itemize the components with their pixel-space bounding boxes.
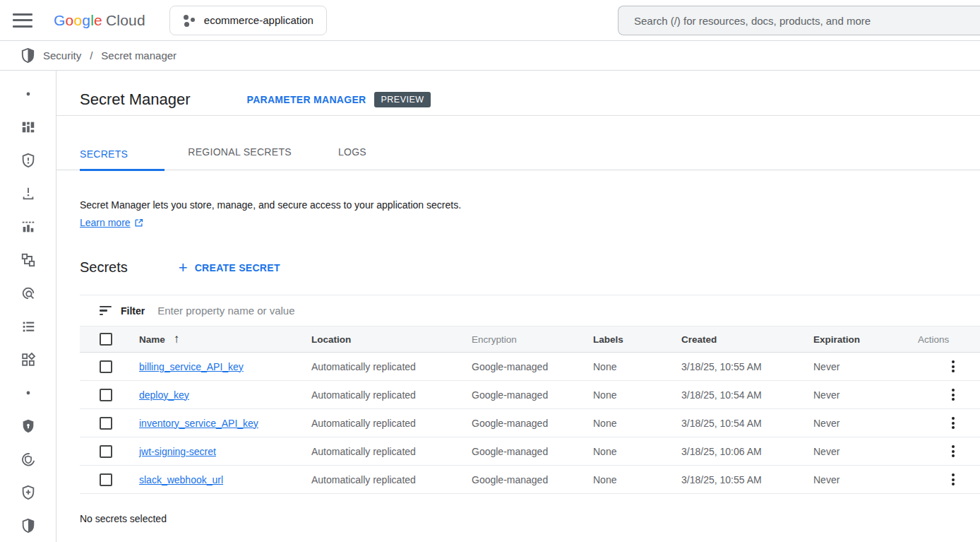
table-row: deploy_key Automatically replicated Goog… (80, 381, 980, 409)
compliance-icon[interactable] (11, 442, 45, 476)
breadcrumb-separator: / (90, 49, 92, 61)
shield-lock-icon[interactable] (11, 409, 45, 442)
shield-plus-icon[interactable] (11, 476, 45, 509)
expiration-cell: Never (813, 418, 918, 429)
selection-status-text: No secrets selected (80, 513, 980, 524)
row-actions-kebab-icon[interactable] (926, 386, 980, 403)
column-header-actions: Actions (918, 334, 980, 345)
column-header-expiration: Expiration (813, 334, 918, 345)
overview-blocks-icon[interactable] (11, 110, 45, 143)
breadcrumb-page: Secret manager (101, 49, 177, 61)
created-cell: 3/18/25, 10:54 AM (681, 418, 813, 429)
logo-letter: o (73, 12, 82, 29)
encryption-cell: Google-managed (472, 418, 593, 429)
column-header-name[interactable]: Name ↑ (139, 332, 311, 346)
search-input[interactable]: Search (/) for resources, docs, products… (618, 6, 980, 35)
row-checkbox[interactable] (100, 389, 112, 401)
row-checkbox[interactable] (100, 417, 112, 430)
create-secret-button[interactable]: + CREATE SECRET (179, 260, 280, 276)
findings-list-icon[interactable] (11, 310, 45, 343)
row-actions-kebab-icon[interactable] (926, 471, 980, 488)
priority-icon[interactable] (11, 177, 45, 210)
tab-secrets[interactable]: SECRETS (80, 148, 165, 170)
secret-name-link[interactable]: inventory_service_API_key (139, 418, 258, 429)
nav-dot-icon[interactable] (11, 77, 45, 110)
secret-name-link[interactable]: slack_webhook_url (139, 474, 223, 485)
labels-cell: None (593, 446, 681, 457)
select-all-checkbox[interactable] (100, 333, 112, 346)
encryption-cell: Google-managed (472, 389, 593, 401)
main-content: Secret Manager PARAMETER MANAGER PREVIEW… (56, 71, 980, 542)
location-cell: Automatically replicated (311, 389, 472, 401)
column-header-labels: Labels (593, 334, 681, 345)
search-placeholder: Search (/) for resources, docs, products… (634, 15, 871, 27)
project-selector-button[interactable]: ecommerce-application (169, 6, 327, 35)
row-actions-kebab-icon[interactable] (926, 358, 980, 375)
project-name: ecommerce-application (204, 14, 313, 26)
posture-grid-icon[interactable] (11, 343, 45, 376)
secret-name-link[interactable]: billing_service_API_key (139, 361, 244, 372)
menu-icon[interactable] (13, 13, 32, 28)
filter-label: Filter (121, 305, 145, 317)
table-row: jwt-signing-secret Automatically replica… (80, 437, 980, 466)
expiration-cell: Never (813, 474, 918, 485)
nav-dot-icon[interactable] (11, 376, 45, 409)
half-shield-icon[interactable] (11, 509, 45, 542)
location-cell: Automatically replicated (311, 474, 472, 485)
expiration-cell: Never (813, 446, 918, 457)
logo-cloud-text: Cloud (106, 12, 145, 29)
plus-icon: + (179, 260, 188, 276)
location-cell: Automatically replicated (311, 418, 472, 429)
name-header-label: Name (139, 334, 165, 345)
row-actions-kebab-icon[interactable] (926, 414, 980, 432)
logo-letter: o (66, 12, 74, 29)
row-checkbox[interactable] (100, 473, 112, 486)
scan-search-icon[interactable] (11, 276, 45, 310)
secret-name-link[interactable]: jwt-signing-secret (139, 446, 216, 457)
column-header-location: Location (311, 334, 472, 345)
assets-icon[interactable] (11, 243, 45, 276)
logo-letter: g (82, 12, 90, 29)
security-shield-icon (20, 47, 36, 64)
expiration-cell: Never (813, 389, 918, 401)
page-description: Secret Manager lets you store, manage, a… (56, 170, 980, 212)
secrets-table: Filter Name ↑ Location Encryption Labels… (80, 295, 980, 524)
page-title: Secret Manager (80, 90, 191, 109)
labels-cell: None (593, 418, 681, 429)
secrets-section-title: Secrets (80, 259, 128, 276)
labels-cell: None (593, 474, 681, 485)
filter-bar: Filter (80, 295, 980, 326)
encryption-cell: Google-managed (472, 474, 593, 485)
project-icon (183, 14, 196, 27)
tab-regional-secrets[interactable]: REGIONAL SECRETS (165, 146, 315, 170)
labels-cell: None (593, 389, 681, 401)
row-checkbox[interactable] (100, 445, 112, 458)
table-header-row: Name ↑ Location Encryption Labels Create… (80, 326, 980, 353)
sort-ascending-icon: ↑ (174, 332, 180, 346)
top-app-bar: Google Cloud ecommerce-application Searc… (0, 0, 980, 41)
secret-name-link[interactable]: deploy_key (139, 389, 189, 401)
table-row: billing_service_API_key Automatically re… (80, 353, 980, 381)
filter-input[interactable] (154, 305, 980, 317)
chart-icon[interactable] (11, 210, 45, 243)
expiration-cell: Never (813, 361, 918, 372)
learn-more-link[interactable]: Learn more (80, 217, 131, 228)
created-cell: 3/18/25, 10:06 AM (681, 446, 813, 457)
location-cell: Automatically replicated (311, 361, 472, 372)
column-header-created: Created (681, 334, 813, 345)
encryption-cell: Google-managed (472, 361, 593, 372)
location-cell: Automatically replicated (311, 446, 472, 457)
shield-alert-icon[interactable] (11, 143, 45, 177)
parameter-manager-link[interactable]: PARAMETER MANAGER (247, 94, 366, 105)
row-checkbox[interactable] (100, 360, 112, 373)
row-actions-kebab-icon[interactable] (926, 442, 980, 460)
labels-cell: None (593, 361, 681, 372)
created-cell: 3/18/25, 10:54 AM (681, 389, 813, 401)
column-header-encryption: Encryption (472, 334, 593, 345)
created-cell: 3/18/25, 10:55 AM (681, 474, 813, 485)
preview-badge: PREVIEW (374, 92, 430, 107)
breadcrumb-section[interactable]: Security (43, 49, 81, 61)
google-cloud-logo: Google Cloud (54, 12, 145, 29)
tab-logs[interactable]: LOGS (315, 146, 390, 170)
page-header: Secret Manager PARAMETER MANAGER PREVIEW (56, 71, 980, 115)
